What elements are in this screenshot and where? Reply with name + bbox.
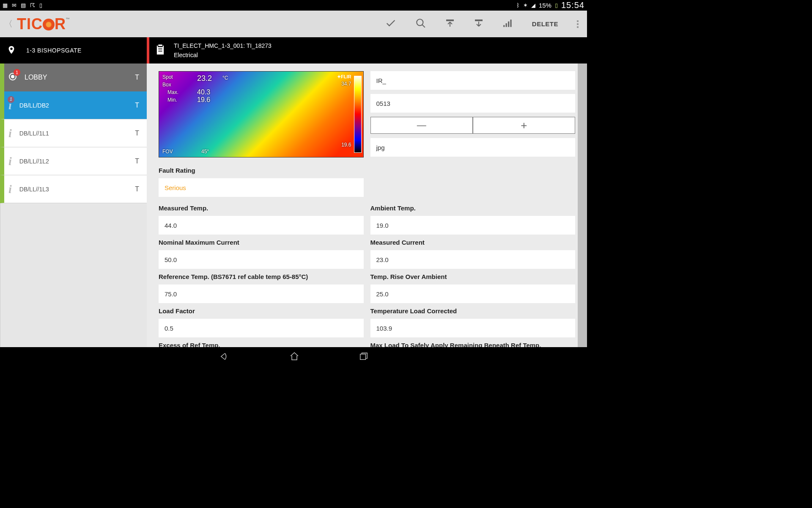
sidebar: 1-3 BISHOPSGATE 1 LOBBY T i1 DB/LL/DB2 T… <box>0 37 147 347</box>
load-factor-label: Load Factor <box>159 307 364 315</box>
bluetooth-icon: ᛒ <box>516 2 520 8</box>
mail-icon: ✉ <box>12 2 16 8</box>
lobby-badge: 1 <box>14 69 20 76</box>
filename-number-input[interactable]: 0513 <box>370 94 576 113</box>
measured-current-label: Measured Current <box>370 239 576 246</box>
thermal-unit: °C <box>222 75 228 81</box>
ambient-temp-label: Ambient Temp. <box>370 204 576 212</box>
rise-over-ambient-label: Temp. Rise Over Ambient <box>370 273 576 280</box>
sidebar-item-3[interactable]: i DB/LL//1L3 T <box>0 175 147 203</box>
load-factor-input[interactable]: 0.5 <box>159 319 364 337</box>
info-icon: i1 <box>8 99 12 112</box>
thermal-scale-bottom: 19.6 <box>341 142 351 148</box>
excess-ref-label: Excess of Ref Temp. <box>159 342 364 347</box>
svg-point-0 <box>417 19 423 25</box>
stepper-plus-button[interactable]: + <box>473 117 575 134</box>
info-icon: i <box>8 182 12 196</box>
nom-max-current-input[interactable]: 50.0 <box>159 250 364 269</box>
location-header[interactable]: 1-3 BISHOPSGATE <box>0 37 147 64</box>
measured-temp-input[interactable]: 44.0 <box>159 216 364 235</box>
temp-load-corrected-label: Temperature Load Corrected <box>370 307 576 315</box>
sidebar-item-2[interactable]: i DB/LL//1L2 T <box>0 147 147 175</box>
svg-rect-7 <box>360 354 366 360</box>
overflow-menu-icon[interactable] <box>577 20 579 28</box>
brand-logo: TICR™ <box>17 15 66 33</box>
location-name: 1-3 BISHOPSGATE <box>26 47 82 54</box>
sidebar-item-label: DB/LL//1L2 <box>19 158 49 165</box>
battery-percent: 15% <box>539 2 551 9</box>
thermal-scale <box>354 76 362 153</box>
content-pane: TI_ELECT_HMC_1-3_001: TI_18273 Electrica… <box>147 37 587 347</box>
wifi-icon: ◢ <box>531 2 535 8</box>
back-icon[interactable]: 〈 <box>4 18 13 30</box>
fault-rating-value[interactable]: Serious <box>159 178 364 197</box>
record-header: TI_ELECT_HMC_1-3_001: TI_18273 Electrica… <box>147 37 587 64</box>
nom-max-current-label: Nominal Maximum Current <box>159 239 364 246</box>
svg-rect-2 <box>505 23 507 27</box>
vibrate-icon: ✶ <box>523 2 528 8</box>
nav-back-icon[interactable] <box>218 352 230 363</box>
measured-temp-label: Measured Temp. <box>159 204 364 212</box>
signal-icon[interactable] <box>502 18 513 30</box>
sidebar-item-label: DB/LL//1L3 <box>19 186 49 193</box>
thermal-image[interactable]: Spot Box Max. Min. 23.2 °C 40.3 19.6 ✦FL… <box>159 71 364 157</box>
number-stepper: — + <box>370 117 576 134</box>
app-bar: 〈 TICR™ DELETE <box>0 11 587 37</box>
item-badge: 1 <box>8 96 14 103</box>
thermal-scale-top: 34.7 <box>341 81 351 87</box>
lobby-label: LOBBY <box>25 74 47 81</box>
ambient-temp-input[interactable]: 19.0 <box>370 216 576 235</box>
target-icon: 1 <box>8 72 18 83</box>
sidebar-item-1[interactable]: i DB/LL//1L1 T <box>0 119 147 147</box>
nav-home-icon[interactable] <box>289 351 299 363</box>
record-category: Electrical <box>174 52 272 58</box>
ref-temp-label: Reference Temp. (BS7671 ref cable temp 6… <box>159 273 364 280</box>
svg-rect-1 <box>503 25 505 27</box>
info-icon: i <box>8 127 12 140</box>
flir-logo: ✦FLIR <box>337 74 351 80</box>
clipboard-icon <box>154 42 166 58</box>
clock: 15:54 <box>561 0 584 10</box>
sidebar-lobby[interactable]: 1 LOBBY T <box>0 64 147 91</box>
image-icon: ▧ <box>21 2 26 8</box>
thermal-box-label: Box <box>162 82 171 88</box>
sidebar-item-label: DB/LL//1L1 <box>19 130 49 137</box>
home-icon: ▦ <box>3 2 8 8</box>
rise-over-ambient-input[interactable]: 25.0 <box>370 284 576 303</box>
filename-prefix-input[interactable]: IR_ <box>370 71 576 90</box>
location-pin-icon <box>7 44 16 57</box>
sidebar-item-type: T <box>135 157 139 165</box>
thermal-spot-value: 23.2 <box>197 74 212 83</box>
thermal-max-label: Max. <box>167 89 178 95</box>
sidebar-item-label: DB/LL/DB2 <box>19 102 49 109</box>
stepper-minus-button[interactable]: — <box>370 117 473 134</box>
info-icon: i <box>8 155 12 168</box>
measured-current-input[interactable]: 23.0 <box>370 250 576 269</box>
nav-recent-icon[interactable] <box>359 352 369 363</box>
download-icon[interactable] <box>474 18 484 30</box>
sidebar-item-type: T <box>135 185 139 193</box>
svg-rect-4 <box>510 19 511 27</box>
svg-rect-3 <box>508 21 509 27</box>
fault-rating-label: Fault Rating <box>159 167 364 174</box>
svg-point-6 <box>11 75 14 78</box>
thermal-fov-label: FOV <box>162 149 173 155</box>
max-load-safe-label: Max Load To Safely Apply Remaining Benea… <box>370 342 576 347</box>
sidebar-item-0[interactable]: i1 DB/LL/DB2 T <box>0 91 147 119</box>
record-title: TI_ELECT_HMC_1-3_001: TI_18273 <box>174 42 272 49</box>
confirm-icon[interactable] <box>385 17 397 31</box>
thermal-min-value: 19.6 <box>197 96 210 104</box>
search-icon[interactable] <box>415 18 426 30</box>
upload-icon[interactable] <box>445 18 455 30</box>
temp-load-corrected-input[interactable]: 103.9 <box>370 319 576 337</box>
filename-ext-input[interactable]: jpg <box>370 138 576 157</box>
sidebar-item-type: T <box>135 130 139 137</box>
android-status-bar: ▦ ✉ ▧ ☈ ▯ ᛒ ✶ ◢ 15% ▯ 15:54 <box>0 0 587 11</box>
thermal-spot-label: Spot <box>162 74 173 80</box>
device-icon: ▯ <box>39 2 42 8</box>
android-nav-bar <box>0 347 587 367</box>
delete-button[interactable]: DELETE <box>532 20 558 28</box>
thermal-max-value: 40.3 <box>197 88 210 96</box>
thermal-fov-value: 45° <box>201 149 209 155</box>
ref-temp-input[interactable]: 75.0 <box>159 284 364 303</box>
